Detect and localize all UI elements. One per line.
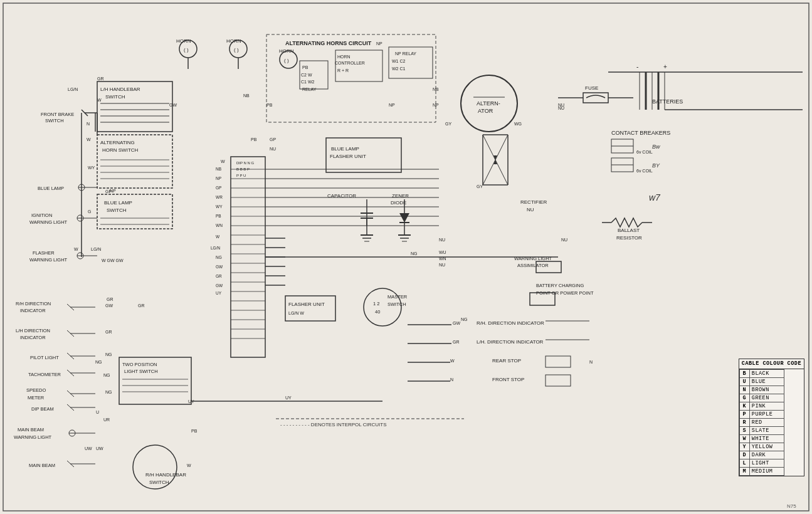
svg-text:SWITCH: SWITCH bbox=[105, 94, 125, 100]
svg-text:UY: UY bbox=[285, 396, 292, 400]
svg-text:PB: PB bbox=[302, 65, 308, 70]
svg-text:GP: GP bbox=[105, 189, 112, 194]
svg-text:W: W bbox=[221, 159, 225, 164]
cable-table-row: PPURPLE bbox=[739, 411, 784, 419]
svg-text:WG: WG bbox=[514, 122, 522, 126]
svg-text:NU: NU bbox=[439, 263, 445, 267]
cable-color-name: PURPLE bbox=[749, 411, 784, 419]
svg-text:GR: GR bbox=[97, 76, 104, 81]
svg-text:40: 40 bbox=[375, 309, 380, 315]
cable-table-data: BBLACKUBLUENBROWNGGREENKPINKPPURPLERREDS… bbox=[739, 369, 784, 476]
svg-text:WY: WY bbox=[88, 165, 95, 170]
svg-text:SWITCH: SWITCH bbox=[45, 118, 64, 123]
svg-text:ALTERNATING: ALTERNATING bbox=[100, 140, 135, 145]
cable-table-row: LLIGHT bbox=[739, 459, 784, 468]
svg-text:RECTIFIER: RECTIFIER bbox=[520, 199, 547, 205]
svg-text:PB: PB bbox=[251, 137, 257, 142]
svg-text:NP: NP bbox=[389, 103, 395, 107]
svg-text:GW: GW bbox=[453, 321, 460, 325]
svg-text:GP: GP bbox=[270, 137, 276, 142]
svg-text:REAR STOP: REAR STOP bbox=[492, 358, 521, 364]
svg-text:L/H DIRECTION: L/H DIRECTION bbox=[16, 328, 50, 333]
svg-text:W    GW    GW: W GW GW bbox=[102, 258, 124, 263]
svg-text:W2 C1: W2 C1 bbox=[392, 66, 406, 71]
svg-text:BLUE LAMP: BLUE LAMP bbox=[38, 186, 64, 191]
cable-table-row: YYELLOW bbox=[739, 443, 784, 451]
svg-text:( ): ( ) bbox=[234, 47, 239, 53]
svg-text:GR: GR bbox=[138, 303, 145, 308]
svg-text:PILOT LIGHT: PILOT LIGHT bbox=[30, 355, 59, 360]
svg-text:TACHOMETER: TACHOMETER bbox=[28, 372, 61, 377]
svg-text:GR: GR bbox=[107, 297, 113, 302]
svg-text:N: N bbox=[589, 360, 593, 364]
svg-text:BATTERIES: BATTERIES bbox=[652, 98, 683, 105]
svg-text:GW: GW bbox=[105, 303, 113, 308]
svg-text:N: N bbox=[87, 122, 90, 126]
svg-text:NU: NU bbox=[558, 103, 564, 107]
cable-color-name: MEDIUM bbox=[749, 468, 784, 476]
svg-text:NG: NG bbox=[411, 251, 418, 256]
cable-color-name: SLATE bbox=[749, 427, 784, 435]
svg-text:N75: N75 bbox=[787, 503, 796, 509]
svg-text:BY: BY bbox=[652, 162, 660, 169]
svg-text:PB: PB bbox=[191, 429, 198, 433]
svg-text:NU: NU bbox=[439, 238, 445, 242]
svg-text:C1 W2: C1 W2 bbox=[301, 80, 315, 84]
cable-color-name: BLUE bbox=[749, 378, 784, 386]
svg-text:HORN: HORN bbox=[226, 38, 241, 44]
svg-text:NP    RELAY: NP RELAY bbox=[395, 51, 416, 56]
svg-text:W: W bbox=[74, 247, 78, 251]
svg-text:MAIN BEAM: MAIN BEAM bbox=[18, 427, 44, 433]
cable-code: Y bbox=[739, 443, 749, 451]
wiring-diagram-svg: ALTERNATING HORNS CIRCUIT ( ) HORN ( ) H… bbox=[0, 0, 812, 514]
svg-text:PB: PB bbox=[266, 103, 273, 107]
svg-text:LG/N: LG/N bbox=[211, 246, 220, 250]
svg-text:NG: NG bbox=[105, 390, 112, 394]
svg-text:CONTROLLER: CONTROLLER bbox=[335, 61, 365, 65]
svg-text:LIGHT SWITCH: LIGHT SWITCH bbox=[124, 369, 158, 374]
svg-text:ASSIMILATOR: ASSIMILATOR bbox=[517, 263, 549, 268]
svg-text:NG: NG bbox=[216, 255, 222, 260]
svg-text:NB: NB bbox=[433, 87, 439, 92]
cable-code: N bbox=[739, 386, 749, 394]
svg-text:RELAY: RELAY bbox=[302, 87, 317, 92]
svg-text:TWO POSITION: TWO POSITION bbox=[122, 362, 157, 367]
svg-text:FLASHER UNIT: FLASHER UNIT bbox=[288, 302, 325, 307]
svg-text:SWITCH: SWITCH bbox=[388, 302, 406, 307]
diagram-container: ALTERNATING HORNS CIRCUIT ( ) HORN ( ) H… bbox=[0, 0, 812, 514]
cable-color-name: BROWN bbox=[749, 386, 784, 394]
svg-text:POINT OR POWER POINT: POINT OR POWER POINT bbox=[536, 290, 594, 296]
cable-color-name: RED bbox=[749, 419, 784, 427]
svg-text:- - - - - - - - - - DENOTES IN: - - - - - - - - - - DENOTES INTERPOL CIR… bbox=[280, 422, 386, 427]
svg-text:L/H HANDLEBAR: L/H HANDLEBAR bbox=[100, 87, 140, 92]
svg-text:R + R: R + R bbox=[337, 68, 349, 73]
svg-text:FLASHER: FLASHER bbox=[33, 250, 55, 256]
svg-text:GY: GY bbox=[445, 122, 451, 126]
svg-text:GR: GR bbox=[453, 340, 460, 344]
cable-color-name: YELLOW bbox=[749, 443, 784, 451]
cable-table-row: UBLUE bbox=[739, 378, 784, 386]
svg-text:INDICATOR: INDICATOR bbox=[20, 335, 46, 340]
svg-text:B  B  B  P: B B B P bbox=[236, 167, 250, 171]
svg-text:NU: NU bbox=[561, 238, 567, 242]
svg-text:FRONT BRAKE: FRONT BRAKE bbox=[41, 112, 74, 117]
cable-color-name: PINK bbox=[749, 402, 784, 411]
svg-text:SWITCH: SWITCH bbox=[107, 207, 127, 213]
svg-text:DIP N N G: DIP N N G bbox=[236, 161, 255, 165]
svg-text:LG/N: LG/N bbox=[68, 87, 78, 92]
svg-text:C2 W: C2 W bbox=[301, 73, 312, 77]
svg-text:R/H. DIRECTION INDICATOR: R/H. DIRECTION INDICATOR bbox=[477, 320, 544, 326]
svg-text:BALLAST: BALLAST bbox=[618, 228, 640, 233]
svg-text:WARNING LIGHT: WARNING LIGHT bbox=[14, 434, 52, 440]
cable-code: G bbox=[739, 394, 749, 402]
cable-code: R bbox=[739, 419, 749, 427]
svg-text:N: N bbox=[450, 377, 453, 382]
svg-text:GR: GR bbox=[105, 330, 112, 334]
cable-table-row: GGREEN bbox=[739, 394, 784, 402]
cable-code: M bbox=[739, 468, 749, 476]
svg-text:w7: w7 bbox=[649, 192, 661, 202]
svg-text:WU: WU bbox=[439, 250, 446, 254]
cable-table-row: BBLACK bbox=[739, 370, 784, 378]
svg-text:R/H HANDLEBAR: R/H HANDLEBAR bbox=[145, 472, 186, 478]
cable-table-row: KPINK bbox=[739, 402, 784, 411]
